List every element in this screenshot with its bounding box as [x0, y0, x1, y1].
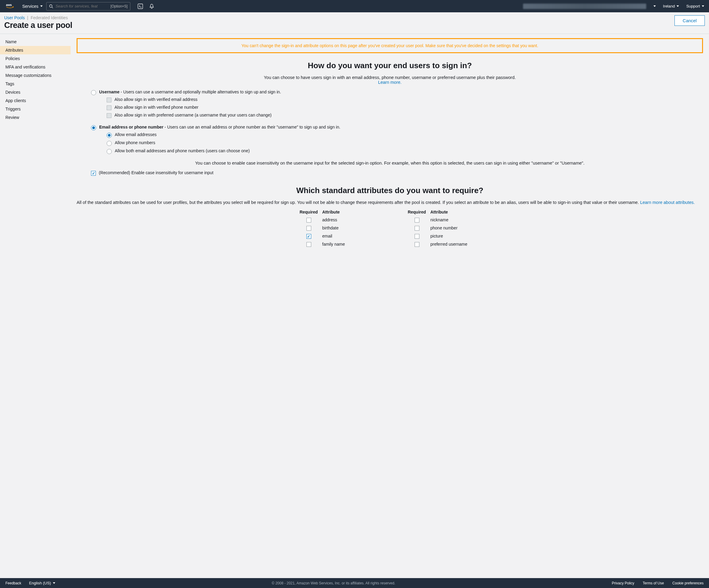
breadcrumb-federated[interactable]: Federated Identities — [31, 15, 68, 20]
signin-option-email[interactable]: Email address or phone number - Users ca… — [91, 125, 703, 130]
radio-email-sub[interactable] — [107, 133, 112, 138]
checkbox-attr-email[interactable] — [307, 234, 311, 239]
username-sub-option: Also allow sign in with verified phone n… — [107, 105, 703, 110]
chevron-down-icon — [40, 5, 43, 7]
language-selector[interactable]: English (US) — [29, 581, 55, 585]
checkbox-disabled — [107, 98, 111, 102]
sidebar-item-tags[interactable]: Tags — [0, 80, 71, 88]
attr-label: picture — [430, 234, 484, 238]
chevron-down-icon — [702, 5, 704, 7]
col-header-attribute: Attribute — [430, 210, 484, 214]
attr-label: preferred username — [430, 242, 484, 246]
email-sub-option[interactable]: Allow phone numbers — [107, 140, 703, 146]
radio-email-sub[interactable] — [107, 141, 112, 146]
attributes-desc: All of the standard attributes can be us… — [77, 200, 703, 205]
copyright: © 2008 - 2021, Amazon Web Services, Inc.… — [55, 581, 612, 585]
checkbox-attr-phone-number[interactable] — [415, 226, 419, 231]
signin-learn-more-link[interactable]: Learn more. — [378, 80, 401, 85]
checkbox-case-insensitive[interactable] — [91, 171, 96, 176]
feedback-link[interactable]: Feedback — [5, 581, 21, 585]
sidebar-item-attributes[interactable]: Attributes — [0, 46, 71, 54]
checkbox-attr-birthdate[interactable] — [307, 226, 311, 231]
global-search[interactable]: [Option+S] — [46, 2, 130, 10]
radio-email-phone[interactable] — [91, 125, 96, 130]
sidebar-item-policies[interactable]: Policies — [0, 54, 71, 63]
footer: Feedback English (US) © 2008 - 2021, Ama… — [0, 578, 709, 588]
chevron-down-icon — [653, 5, 656, 7]
region-selector[interactable]: Ireland — [663, 4, 679, 8]
support-menu[interactable]: Support — [686, 4, 704, 8]
account-info-redacted[interactable] — [523, 4, 646, 9]
cancel-button[interactable]: Cancel — [675, 15, 705, 26]
col-header-required: Required — [403, 210, 430, 214]
case-desc: You can choose to enable case insensitiv… — [77, 161, 703, 165]
cookie-link[interactable]: Cookie preferences — [672, 581, 704, 585]
checkbox-attr-family-name[interactable] — [307, 242, 311, 247]
sidebar-item-review[interactable]: Review — [0, 113, 71, 122]
services-menu[interactable]: Services — [22, 4, 43, 9]
sidebar-item-devices[interactable]: Devices — [0, 88, 71, 97]
sidebar-item-app-clients[interactable]: App clients — [0, 97, 71, 105]
email-sub-option[interactable]: Allow both email addresses and phone num… — [107, 149, 703, 154]
signin-desc: You can choose to have users sign in wit… — [77, 75, 703, 85]
sidebar-item-name[interactable]: Name — [0, 37, 71, 46]
cloudshell-icon[interactable] — [138, 4, 143, 9]
checkbox-attr-nickname[interactable] — [415, 218, 419, 222]
wizard-sidebar: NameAttributesPoliciesMFA and verificati… — [0, 34, 71, 578]
checkbox-disabled — [107, 105, 111, 110]
warning-banner: You can't change the sign-in and attribu… — [77, 38, 703, 53]
services-label: Services — [22, 4, 38, 9]
search-input[interactable] — [56, 4, 108, 8]
username-sub-option: Also allow sign in with verified email a… — [107, 97, 703, 102]
attr-label: nickname — [430, 217, 484, 222]
attributes-heading: Which standard attributes do you want to… — [77, 186, 703, 195]
breadcrumb-user-pools[interactable]: User Pools — [4, 15, 25, 20]
top-nav: aws Services [Option+S] Ireland Support — [0, 0, 709, 12]
radio-username[interactable] — [91, 90, 96, 95]
search-icon — [49, 4, 53, 8]
signin-option-username[interactable]: Username - Users can use a username and … — [91, 89, 703, 95]
svg-line-2 — [52, 7, 53, 8]
main-layout: NameAttributesPoliciesMFA and verificati… — [0, 34, 709, 578]
chevron-down-icon — [677, 5, 679, 7]
checkbox-attr-address[interactable] — [307, 218, 311, 222]
page-title: Create a user pool — [4, 21, 72, 30]
aws-logo[interactable]: aws — [6, 3, 17, 9]
email-sub-option[interactable]: Allow email addresses — [107, 132, 703, 138]
checkbox-attr-picture[interactable] — [415, 234, 419, 239]
page-header: User Pools | Federated Identities Create… — [0, 12, 709, 34]
col-header-required: Required — [295, 210, 322, 214]
chevron-down-icon — [53, 582, 55, 584]
notifications-icon[interactable] — [149, 4, 154, 9]
attr-label: address — [322, 217, 376, 222]
breadcrumb: User Pools | Federated Identities — [4, 15, 72, 20]
terms-link[interactable]: Terms of Use — [642, 581, 664, 585]
checkbox-attr-preferred-username[interactable] — [415, 242, 419, 247]
attr-label: family name — [322, 242, 376, 246]
attributes-learn-more-link[interactable]: Learn more about attributes. — [640, 200, 695, 205]
attr-label: birthdate — [322, 225, 376, 230]
svg-point-1 — [49, 4, 52, 7]
attr-label: phone number — [430, 225, 484, 230]
search-shortcut: [Option+S] — [110, 4, 128, 8]
checkbox-disabled — [107, 113, 111, 118]
svg-text:aws: aws — [6, 3, 12, 6]
radio-email-sub[interactable] — [107, 149, 112, 154]
sidebar-item-mfa-and-verifications[interactable]: MFA and verifications — [0, 63, 71, 71]
privacy-link[interactable]: Privacy Policy — [612, 581, 634, 585]
case-insensitive-option[interactable]: (Recommended) Enable case insensitivity … — [91, 170, 703, 176]
col-header-attribute: Attribute — [322, 210, 376, 214]
username-sub-option: Also allow sign in with preferred userna… — [107, 113, 703, 118]
content-area: You can't change the sign-in and attribu… — [71, 34, 709, 578]
signin-heading: How do you want your end users to sign i… — [77, 61, 703, 70]
sidebar-item-message-customizations[interactable]: Message customizations — [0, 71, 71, 80]
sidebar-item-triggers[interactable]: Triggers — [0, 105, 71, 113]
svg-rect-3 — [138, 4, 143, 9]
attr-label: email — [322, 234, 376, 238]
